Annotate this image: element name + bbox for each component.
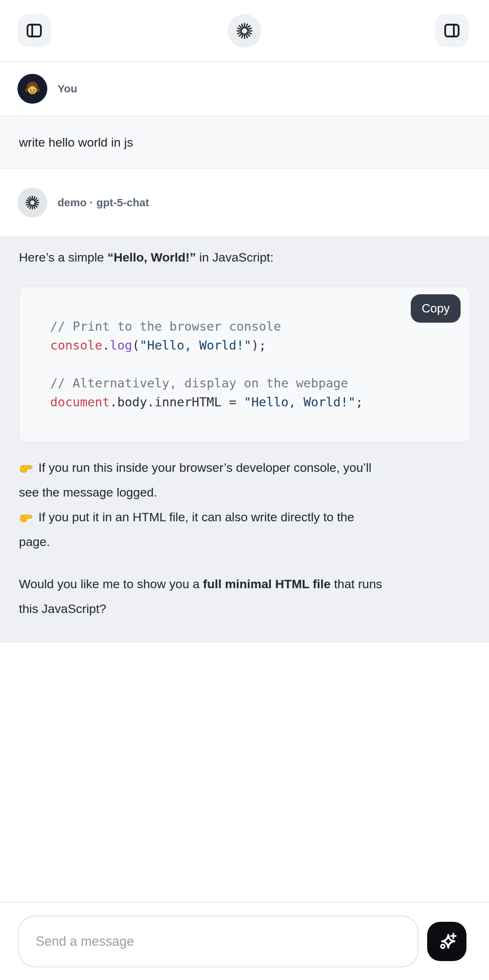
assistant-model-label: demo · gpt-5-chat bbox=[57, 196, 149, 209]
panel-left-icon bbox=[25, 21, 44, 40]
user-label: You bbox=[57, 83, 77, 95]
assistant-message: Here’s a simple “Hello, World!” in JavaS… bbox=[0, 237, 489, 643]
starburst-icon bbox=[25, 195, 40, 210]
assistant-intro-paragraph: Here’s a simple “Hello, World!” in JavaS… bbox=[19, 245, 470, 270]
copy-code-button[interactable]: Copy bbox=[411, 294, 460, 323]
message-input[interactable] bbox=[18, 916, 419, 967]
sidebar-toggle-button[interactable] bbox=[18, 14, 51, 47]
conversation-empty-area bbox=[0, 643, 489, 902]
user-message-header: You bbox=[0, 62, 489, 116]
pointing-hand-icon bbox=[19, 460, 33, 474]
composer-bar bbox=[0, 902, 489, 980]
code-block: Copy // Print to the browser console con… bbox=[19, 286, 470, 443]
pointing-hand-icon bbox=[19, 509, 33, 524]
starburst-icon bbox=[236, 22, 253, 39]
user-message: write hello world in js bbox=[0, 116, 489, 169]
code-content: // Print to the browser console console.… bbox=[50, 319, 363, 409]
conversation: You write hello world in js demo · gpt-5… bbox=[0, 62, 489, 902]
right-panel-toggle-button[interactable] bbox=[435, 14, 468, 47]
model-logo-badge bbox=[228, 14, 261, 48]
user-avatar bbox=[18, 74, 47, 104]
panel-right-icon bbox=[443, 21, 461, 40]
assistant-avatar bbox=[18, 188, 47, 218]
assistant-message-header: demo · gpt-5-chat bbox=[0, 169, 489, 237]
chat-screen: You write hello world in js demo · gpt-5… bbox=[0, 0, 489, 980]
assistant-question-paragraph: Would you like me to show you a full min… bbox=[19, 571, 470, 621]
person-emoji-icon bbox=[23, 79, 42, 98]
top-bar bbox=[0, 0, 489, 62]
sparkles-icon bbox=[435, 930, 459, 953]
assistant-tips-paragraph: If you run this inside your browser’s de… bbox=[19, 455, 470, 554]
send-button[interactable] bbox=[427, 922, 467, 961]
